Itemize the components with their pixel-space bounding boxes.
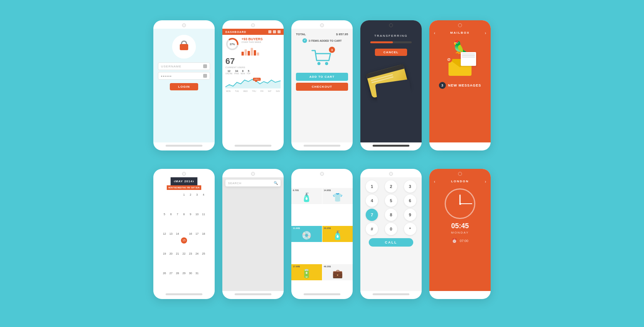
cal-cell-4[interactable]: 4 [200, 191, 207, 198]
cal-cell-22[interactable]: 22 [181, 250, 187, 257]
dial-7[interactable]: 7 [366, 209, 378, 221]
cal-cell-1[interactable]: 1 [181, 191, 187, 198]
map-screen: SEARCH 🔍 [222, 177, 284, 291]
password-input[interactable]: •••••• [158, 72, 210, 80]
cal-cell-2[interactable]: 2 [187, 191, 194, 198]
cal-cell-5[interactable]: 5 [161, 211, 168, 217]
cal-cell-3[interactable]: 3 [194, 191, 200, 198]
calendar-days-header: MON TUE WED THU FRI SAT SUN [167, 185, 201, 190]
cancel-button[interactable]: CANCEL [375, 49, 407, 56]
dial-6[interactable]: 6 [404, 195, 416, 207]
login-button[interactable]: LOGIN [170, 83, 198, 90]
cal-cell-6[interactable]: 6 [168, 211, 174, 217]
cal-cell-27[interactable]: 27 [168, 270, 174, 276]
stat-val-4: 5 [246, 70, 250, 72]
chart-icon [268, 30, 271, 33]
stat-lbl-2: FANS [234, 72, 239, 75]
cart-msg: 3 ITEMS ADDED TO CART [309, 39, 342, 42]
usb-icon: 🔋 [301, 269, 312, 279]
phone-home-bar-7 [235, 293, 271, 295]
phone-dialer: 1 2 3 4 5 6 7 8 9 # 0 * CALL [360, 169, 422, 299]
card-area [365, 64, 417, 103]
calendar-screen: ‹ MAY 2014 › MON TUE WED THU FRI SAT SUN… [153, 177, 215, 291]
login-screen: USERNAME •••••• LOGIN [153, 29, 215, 142]
cal-cell-26[interactable]: 26 [161, 270, 168, 276]
phone-home-bar-4 [373, 145, 409, 147]
mailbox-screen: ‹ MAILBOX › 🦜 @ 3 NEW MESSAGES [429, 29, 491, 142]
dial-2[interactable]: 2 [385, 180, 397, 193]
dashboard-header: DASHBOARD [222, 29, 284, 35]
phone-speaker-10 [458, 172, 462, 176]
cal-cell-7[interactable]: 7 [174, 211, 181, 217]
cal-cell-16[interactable]: 16 [187, 231, 194, 237]
day-sat: SAT [268, 90, 271, 92]
mailbox-forward-arrow[interactable]: › [485, 31, 486, 35]
dial-3[interactable]: 3 [404, 180, 416, 193]
cal-cell-24[interactable]: 24 [194, 250, 200, 257]
price-6: 49.35$ [324, 265, 331, 268]
bar-3 [248, 51, 250, 56]
price-4: 33.25$ [324, 227, 331, 229]
big-label: CURRENT USERS [225, 66, 281, 69]
cal-cell-23[interactable]: 23 [187, 250, 194, 257]
message-count-badge: 3 [439, 82, 446, 89]
cal-cell-9[interactable]: 9 [187, 211, 194, 217]
add-to-cart-button[interactable]: ADD TO CART [296, 73, 348, 81]
cal-next-arrow[interactable]: › [192, 179, 194, 183]
dial-8[interactable]: 8 [385, 209, 397, 221]
svg-point-7 [317, 62, 320, 65]
cal-cell-11[interactable]: 11 [200, 211, 207, 217]
dial-5[interactable]: 5 [385, 195, 397, 207]
cal-cell-15[interactable]: 15 [181, 237, 187, 244]
username-input[interactable]: USERNAME [158, 62, 210, 70]
bar-1 [242, 52, 244, 56]
cal-cell-19[interactable]: 19 [161, 250, 168, 257]
clock-forward-arrow[interactable]: › [485, 180, 486, 184]
cal-cell-20[interactable]: 20 [168, 250, 174, 257]
cal-cell-13[interactable]: 13 [168, 231, 174, 237]
cal-cell-29[interactable]: 29 [181, 270, 187, 276]
cal-cell-8[interactable]: 8 [181, 211, 187, 217]
dashboard-row1: 37% +93 BUYERS OVER THIS WEEK [225, 37, 281, 56]
total-price: $ 857.95 [336, 33, 348, 36]
checkout-button[interactable]: CHECKOUT [296, 83, 348, 91]
cal-cell-25[interactable]: 25 [200, 250, 207, 257]
dial-hash[interactable]: # [366, 223, 378, 235]
dial-4[interactable]: 4 [366, 195, 378, 207]
phone-home-bar-9 [373, 293, 409, 295]
cal-sat: SAT [191, 186, 196, 189]
cal-cell-14[interactable]: 14 [174, 231, 181, 237]
shirt-icon: 👕 [332, 193, 343, 203]
cal-cell-12[interactable]: 12 [161, 231, 168, 237]
mailbox-back-arrow[interactable]: ‹ [434, 31, 435, 35]
day-sun: SUN [276, 90, 280, 92]
dial-star[interactable]: * [404, 223, 416, 235]
shop-cell-container: 33.25$ 🧴 [322, 226, 353, 242]
price-3: 11.90$ [293, 227, 300, 229]
cal-cell-10[interactable]: 10 [194, 211, 200, 217]
cal-cell-17[interactable]: 17 [194, 231, 200, 237]
buyers-info: +93 BUYERS OVER THIS WEEK [242, 37, 281, 56]
cal-cell-30[interactable]: 30 [187, 270, 194, 276]
phone-shop: 6.70$ 🧴 14.95$ 👕 11.90$ 💿 33.25$ 🧴 17.68… [291, 169, 353, 299]
clock-back-arrow[interactable]: ‹ [434, 180, 435, 184]
dial-9[interactable]: 9 [404, 209, 416, 221]
cal-cell-31[interactable]: 31 [194, 270, 200, 276]
dashboard-icons [268, 30, 281, 33]
dial-0[interactable]: 0 [385, 223, 397, 235]
phone-speaker-5 [458, 23, 462, 27]
cal-cell-28[interactable]: 28 [174, 270, 181, 276]
dial-1[interactable]: 1 [366, 180, 378, 193]
shop-cell-record: 11.90$ 💿 [291, 226, 322, 242]
cal-cell-18[interactable]: 18 [200, 231, 207, 237]
phone-home-bar [166, 145, 202, 147]
map-search-bar[interactable]: SEARCH 🔍 [225, 180, 281, 186]
mailbox-nav: ‹ MAILBOX › [434, 31, 486, 35]
call-button[interactable]: CALL [369, 238, 413, 247]
cal-cell-empty-2 [174, 191, 181, 198]
lock-body [180, 44, 188, 50]
cal-cell-21[interactable]: 21 [174, 250, 181, 257]
phone-top-bar-2 [222, 20, 284, 29]
bar-6 [257, 52, 259, 56]
stat-lbl-3: NEW [241, 72, 245, 75]
